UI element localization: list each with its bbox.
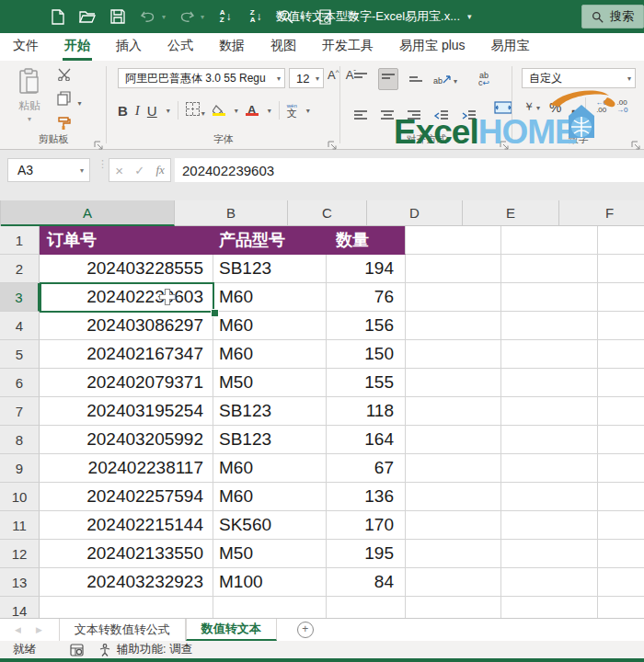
row-header[interactable]: 5 [0, 340, 40, 369]
cell[interactable] [406, 426, 501, 454]
cell[interactable] [598, 540, 644, 568]
formula-bar-grip[interactable]: ⋮ [98, 161, 108, 167]
cell[interactable]: 156 [327, 312, 406, 340]
merge-chevron-icon[interactable]: ▾ [496, 124, 500, 132]
cell[interactable] [598, 454, 644, 483]
name-box-chevron-icon[interactable]: ▾ [80, 166, 84, 175]
cell[interactable]: 订单号 [40, 226, 213, 255]
number-format-combo[interactable]: 自定义▾ [522, 68, 636, 88]
cell[interactable]: M60 [213, 283, 327, 312]
increase-decimal-icon[interactable]: ←0.00 [595, 99, 606, 114]
row-header[interactable]: 7 [0, 397, 40, 426]
row-header[interactable]: 1 [0, 226, 40, 255]
cell[interactable] [406, 397, 501, 426]
cell[interactable] [598, 283, 644, 312]
cell[interactable] [501, 312, 598, 340]
undo-chevron-icon[interactable]: ▾ [162, 13, 166, 21]
phonetic-guide-icon[interactable]: wén 文 [287, 103, 297, 119]
save-icon[interactable] [109, 7, 127, 26]
copy-chevron-icon[interactable]: ▾ [77, 99, 81, 108]
phonetic-chevron-icon[interactable]: ▾ [306, 107, 310, 115]
row-header[interactable]: 2 [0, 255, 40, 283]
increase-indent-icon[interactable] [459, 108, 478, 128]
name-box[interactable]: A3 ▾ [7, 158, 90, 182]
cell[interactable]: 202402079371 [40, 369, 213, 397]
cancel-button[interactable]: × [115, 163, 123, 178]
cell[interactable] [501, 568, 598, 597]
borders-icon[interactable]: ▾ [186, 102, 205, 120]
cell[interactable]: 76 [327, 283, 406, 312]
italic-button[interactable]: I [135, 103, 140, 119]
cell[interactable] [406, 511, 501, 540]
ribbon-tab[interactable]: 开始 [52, 38, 103, 61]
cell[interactable]: 202403205992 [40, 426, 213, 454]
cell[interactable]: M100 [213, 568, 327, 597]
percent-style-icon[interactable]: % [549, 99, 561, 115]
column-header[interactable]: A [1, 200, 175, 226]
cut-icon[interactable] [57, 68, 72, 85]
copy-icon[interactable]: ▾ [57, 91, 81, 109]
orientation-icon[interactable]: ab▾ [433, 71, 457, 87]
open-file-icon[interactable] [78, 7, 97, 26]
cell[interactable]: 195 [327, 540, 406, 568]
cell[interactable] [40, 597, 213, 618]
cell[interactable]: 202403228555 [40, 255, 213, 283]
cell[interactable]: 118 [327, 397, 406, 426]
align-left-icon[interactable] [351, 108, 370, 128]
fill-handle[interactable] [211, 309, 219, 317]
row-header[interactable]: 14 [0, 597, 40, 618]
cell[interactable]: SB123 [213, 426, 327, 454]
accounting-format-icon[interactable]: ￥▾ [523, 99, 540, 115]
ribbon-tab[interactable]: 数据 [206, 38, 258, 61]
ribbon-tab[interactable]: 公式 [155, 38, 206, 61]
wrap-text-icon[interactable]: abc↩ [478, 72, 489, 86]
row-header[interactable]: 10 [0, 483, 40, 511]
row-header[interactable]: 4 [0, 312, 40, 340]
cell[interactable] [598, 255, 644, 283]
insert-function-button[interactable]: fx [155, 163, 164, 177]
cell[interactable] [406, 568, 501, 597]
sheet-nav-right-icon[interactable]: ▶ [36, 625, 42, 634]
row-header[interactable]: 9 [0, 454, 40, 483]
cell[interactable] [598, 340, 644, 369]
cell[interactable] [406, 255, 501, 283]
cell[interactable] [213, 597, 327, 618]
ribbon-tab[interactable]: 开发工具 [309, 38, 386, 61]
cell[interactable]: SB123 [213, 397, 327, 426]
number-dialog-launcher-icon[interactable] [631, 137, 640, 146]
redo-chevron-icon[interactable]: ▾ [201, 13, 204, 21]
format-painter-icon[interactable] [57, 116, 72, 133]
cell[interactable] [501, 483, 598, 511]
cell[interactable]: M60 [213, 454, 327, 483]
cell[interactable] [501, 454, 598, 483]
title-chevron-icon[interactable]: ▾ [467, 12, 472, 21]
cell[interactable]: 202402167347 [40, 340, 213, 369]
bold-button[interactable]: B [118, 103, 128, 119]
cell[interactable] [406, 597, 501, 618]
column-header[interactable]: C [288, 200, 367, 226]
cell[interactable]: 202403086297 [40, 312, 213, 340]
cell[interactable]: 170 [327, 511, 406, 540]
ribbon-tab[interactable]: 文件 [0, 38, 52, 61]
cell[interactable] [406, 312, 501, 340]
row-header[interactable]: 11 [0, 511, 40, 540]
cell[interactable]: 202402215144 [40, 511, 213, 540]
cell[interactable]: 164 [327, 426, 406, 454]
cell[interactable]: 155 [327, 369, 406, 397]
row-header[interactable]: 6 [0, 369, 40, 397]
orientation-chevron-icon[interactable]: ▾ [454, 77, 457, 86]
search-input[interactable]: 搜索 [581, 5, 644, 29]
cell[interactable] [501, 597, 598, 618]
cell[interactable]: M50 [213, 369, 327, 397]
ribbon-tab[interactable]: 易用宝 plus [386, 38, 478, 61]
paste-chevron-icon[interactable]: ▾ [9, 115, 50, 123]
underline-button[interactable]: U [147, 103, 157, 119]
row-header[interactable]: 13 [0, 568, 40, 597]
ribbon-tab[interactable]: 视图 [258, 38, 309, 61]
decrease-decimal-icon[interactable]: .00→0 [616, 99, 627, 114]
cell[interactable] [406, 283, 501, 312]
sheet-tab[interactable]: 数值转文本 [186, 619, 277, 641]
cell[interactable]: 产品型号 [213, 226, 327, 255]
formula-input[interactable]: 202402239603 [175, 158, 644, 182]
cell[interactable] [406, 540, 501, 568]
